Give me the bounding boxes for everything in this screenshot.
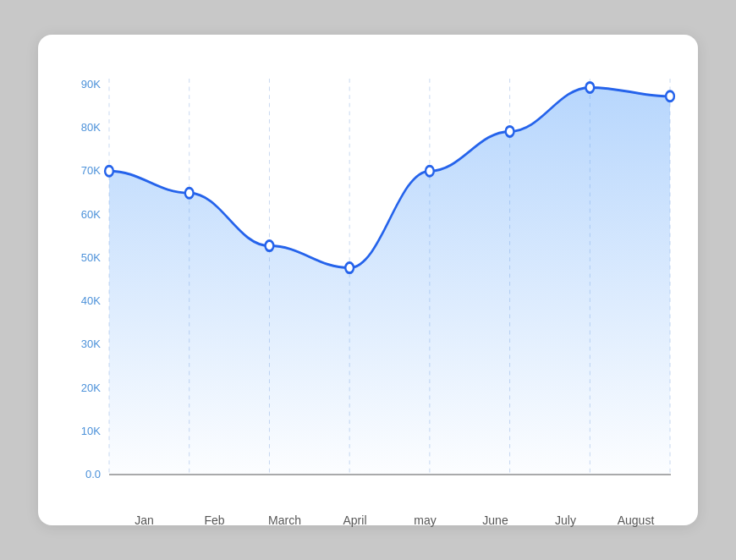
y-axis-label: 60K: [81, 209, 101, 220]
chart-area-fill: [109, 87, 670, 475]
chart-inner: JanFebMarchAprilmayJuneJulyAugust: [109, 79, 671, 505]
data-point: [666, 91, 674, 102]
x-axis-label: March: [250, 513, 320, 527]
x-axis-label: Jan: [109, 513, 179, 527]
data-point: [266, 241, 274, 251]
y-axis-label: 10K: [81, 425, 101, 436]
x-axis-label: April: [320, 513, 390, 527]
line-chart: [109, 79, 671, 505]
x-axis-label: August: [601, 513, 671, 527]
y-axis-label: 50K: [81, 252, 101, 263]
x-axis-label: July: [530, 513, 601, 527]
x-axis: JanFebMarchAprilmayJuneJulyAugust: [109, 508, 671, 527]
y-axis-label: 40K: [81, 295, 101, 306]
y-axis-label: 20K: [81, 382, 101, 393]
y-axis-label: 90K: [81, 79, 101, 90]
data-point: [345, 263, 354, 273]
y-axis-label: 70K: [81, 165, 101, 176]
data-point: [506, 126, 514, 136]
data-point: [585, 82, 594, 92]
data-point: [105, 166, 113, 176]
y-axis-label: 30K: [81, 338, 101, 349]
x-axis-label: may: [390, 513, 460, 527]
data-point: [185, 188, 194, 198]
y-axis-label: 0.0: [85, 469, 101, 480]
chart-area: 90K80K70K60K50K40K30K20K10K0.0 JanFebMar…: [65, 79, 671, 505]
x-axis-label: Feb: [179, 513, 250, 527]
data-point: [426, 166, 434, 176]
report-card: 90K80K70K60K50K40K30K20K10K0.0 JanFebMar…: [38, 35, 698, 525]
x-axis-label: June: [460, 513, 530, 527]
y-axis: 90K80K70K60K50K40K30K20K10K0.0: [65, 79, 109, 505]
y-axis-label: 80K: [81, 122, 101, 133]
